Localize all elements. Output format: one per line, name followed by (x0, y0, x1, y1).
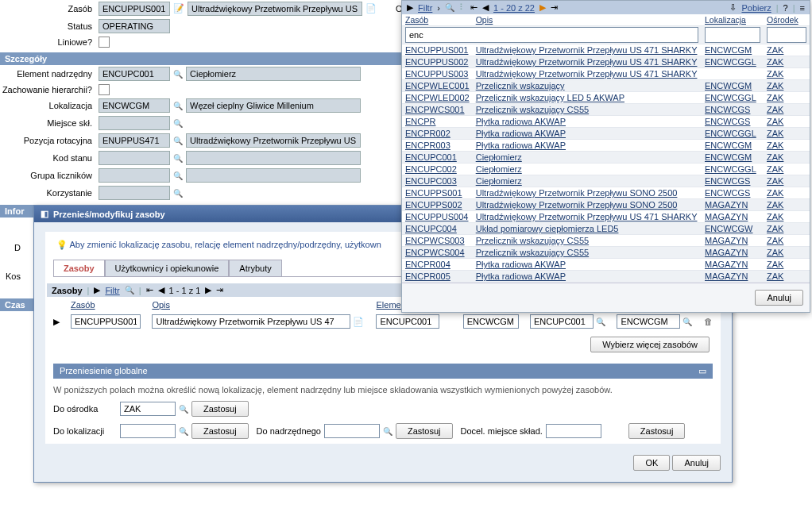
col-zasob[interactable]: Zasób (66, 298, 145, 311)
osr-link[interactable]: ZAK (767, 164, 783, 174)
opis-link[interactable]: Ciepłomierz (476, 176, 522, 186)
osr-link[interactable]: ZAK (767, 105, 783, 114)
osr-link[interactable]: ZAK (767, 129, 783, 138)
osr-link[interactable]: ZAK (767, 57, 783, 67)
osr-link[interactable]: ZAK (767, 260, 783, 269)
search-osr[interactable] (767, 27, 806, 43)
zasob-link[interactable]: ENCUPC001 (405, 152, 457, 162)
pobierz-link[interactable]: Pobierz (741, 3, 771, 13)
expand-icon[interactable]: ▶ (48, 313, 64, 330)
lok-link[interactable]: MAGAZYN (705, 260, 748, 269)
zasob-link[interactable]: ENCPWLEC001 (405, 81, 470, 90)
zastosuj-lok-button[interactable]: Zastosuj (191, 423, 249, 439)
opis-link[interactable]: Płytka radiowa AKWAP (476, 129, 566, 138)
last-icon[interactable]: ⇥ (551, 2, 558, 13)
osr-link[interactable]: ZAK (767, 69, 783, 79)
zasob-link[interactable]: ENCUPC004 (405, 224, 457, 233)
osr-link[interactable]: ZAK (767, 224, 783, 233)
zastosuj-osrodek-button[interactable]: Zastosuj (191, 401, 249, 417)
prev-icon[interactable]: ◀ (482, 2, 489, 13)
field-input[interactable] (99, 116, 170, 130)
lok-link[interactable]: ENCWCGGL (705, 93, 756, 102)
do-nadrzednego-field[interactable] (324, 424, 380, 438)
osr-link[interactable]: ZAK (767, 212, 783, 221)
search-icon[interactable]: 🔍 (125, 286, 134, 294)
row-lok[interactable] (463, 314, 519, 329)
liniowe-checkbox[interactable] (99, 37, 110, 48)
table-row[interactable]: ENCPWLED002Przelicznik wskazujący LED 5 … (402, 92, 810, 104)
table-row[interactable]: ENCUPC003CiepłomierzENCWCGSZAK (402, 175, 810, 187)
lookup-icon[interactable]: 🔍 (179, 405, 188, 414)
table-row[interactable]: ENCPR005Płytka radiowa AKWAPMAGAZYNZAK (402, 271, 810, 283)
lookup-icon[interactable]: 🔍 (596, 318, 605, 326)
table-row[interactable]: ENCUPPUS002Ultradźwiękowy Przetwornik Pr… (402, 56, 810, 68)
zasob-link[interactable]: ENCPR (405, 117, 436, 126)
field-desc[interactable] (186, 133, 361, 148)
last-icon[interactable]: ⇥ (216, 285, 223, 295)
opis-link[interactable]: Płytka radiowa AKWAP (476, 271, 566, 281)
opis-link[interactable]: Ultradźwiękowy Przetwornik Przepływu US … (476, 69, 698, 79)
osr-link[interactable]: ZAK (767, 152, 783, 162)
filter-icon[interactable]: ▶ (407, 2, 413, 13)
table-row[interactable]: ENCPRPłytka radiowa AKWAPENCWCGSZAK (402, 116, 810, 128)
checkbox[interactable] (99, 84, 110, 95)
lok-link[interactable]: ENCWCGS (705, 188, 750, 198)
field-input[interactable] (99, 133, 170, 148)
ok-button[interactable]: OK (633, 455, 670, 471)
docel-field[interactable] (546, 424, 601, 438)
table-row[interactable]: ENCUPPS001Ultradźwiękowy Przetwornik Prz… (402, 187, 810, 199)
opis-link[interactable]: Przelicznik wskazujący (476, 81, 565, 90)
osr-link[interactable]: ZAK (767, 117, 783, 126)
lookup-icon[interactable]: 🔍 (682, 318, 692, 326)
osr-link[interactable]: ZAK (767, 176, 783, 186)
lok-link[interactable]: ENCWCGS (705, 117, 750, 126)
zasob-link[interactable]: ENCUPPUS003 (405, 69, 468, 79)
lok-link[interactable]: ENCWCGM (705, 81, 752, 90)
opis-link[interactable]: Przelicznik wskazujący LED 5 AKWAP (476, 93, 624, 102)
lcol-opis[interactable]: Opis (473, 14, 702, 26)
tab-uzytkownicy[interactable]: Użytkownicy i opiekunowie (105, 260, 230, 276)
lok-link[interactable]: ENCWCGM (705, 45, 752, 55)
zasob-link[interactable]: ENCPR005 (405, 271, 450, 281)
filter-link[interactable]: Filtr (105, 286, 119, 295)
lookup-icon[interactable]: 🔍 (173, 154, 183, 163)
zasob-link[interactable]: ENCPWLED002 (405, 93, 470, 102)
lookup-anuluj-button[interactable]: Anuluj (755, 290, 803, 306)
zasob-link[interactable]: ENCUPC003 (405, 176, 457, 186)
settings-icon[interactable]: ≡ (800, 3, 805, 13)
next-icon[interactable]: ▶ (539, 2, 546, 13)
field-input[interactable] (99, 151, 170, 165)
osr-link[interactable]: ZAK (767, 248, 783, 257)
row-nad[interactable] (376, 314, 439, 329)
lookup-icon[interactable]: 🔍 (179, 427, 188, 436)
osr-link[interactable]: ZAK (767, 45, 783, 55)
table-row[interactable]: ENCPWCS003Przelicznik wskazujący CS55MAG… (402, 235, 810, 247)
field-input[interactable] (99, 98, 170, 113)
row-zasob[interactable] (71, 314, 141, 329)
pager-text[interactable]: 1 - 20 z 22 (493, 3, 535, 13)
longdesc-icon[interactable]: 📄 (365, 3, 377, 14)
do-lokalizacji-field[interactable] (120, 424, 176, 438)
tab-zasoby[interactable]: Zasoby (53, 260, 105, 276)
zasob-link[interactable]: ENCUPPUS004 (405, 212, 468, 221)
row-dolok[interactable] (617, 314, 680, 329)
lok-link[interactable]: MAGAZYN (705, 271, 748, 281)
zastosuj-nad-button[interactable]: Zastosuj (396, 423, 453, 439)
search-input[interactable] (405, 27, 698, 43)
lcol-zasob[interactable]: Zasób (402, 14, 473, 26)
tab-atrybuty[interactable]: Atrybuty (229, 260, 281, 276)
opis-link[interactable]: Ultradźwiękowy Przetwornik Przepływu SON… (476, 200, 678, 210)
first-icon[interactable]: ⇤ (146, 285, 153, 295)
field-input[interactable] (99, 67, 170, 81)
zasob-link[interactable]: ENCUPPS002 (405, 200, 462, 210)
search-icon[interactable]: 🔍 (445, 3, 454, 12)
table-row[interactable]: ENCUPC001CiepłomierzENCWCGMZAK (402, 152, 810, 164)
opis-link[interactable]: Płytka radiowa AKWAP (476, 260, 566, 269)
table-row[interactable]: ENCUPPUS003Ultradźwiękowy Przetwornik Pr… (402, 68, 810, 80)
first-icon[interactable]: ⇤ (470, 2, 478, 13)
status-field[interactable] (99, 19, 170, 33)
opis-link[interactable]: Ultradźwiękowy Przetwornik Przepływu SON… (476, 188, 678, 198)
lok-link[interactable]: ENCWCGGL (705, 129, 756, 138)
lok-link[interactable]: ENCWCGGL (705, 57, 756, 67)
lookup-icon[interactable]: 🔍 (173, 137, 183, 145)
